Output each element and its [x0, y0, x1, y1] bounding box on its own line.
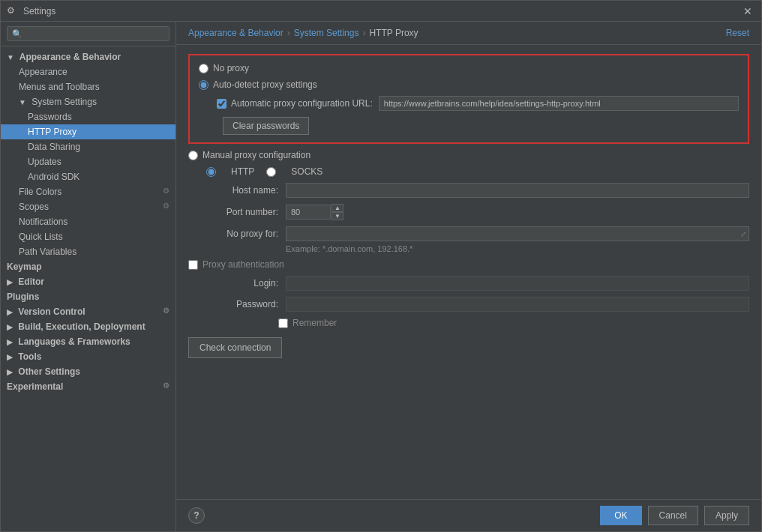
auto-config-url-input[interactable]: [379, 96, 739, 111]
sidebar-item-file-colors[interactable]: File Colors ⚙: [1, 184, 176, 199]
settings-icon: ⚙: [163, 202, 170, 210]
http-radio[interactable]: [206, 167, 216, 177]
login-label: Login:: [188, 278, 278, 288]
manual-proxy-label[interactable]: Manual proxy configuration: [202, 150, 310, 160]
protocol-row: HTTP SOCKS: [206, 166, 749, 177]
auto-detect-label[interactable]: Auto-detect proxy settings: [213, 79, 317, 90]
sidebar-label: Plugins: [7, 291, 39, 302]
remember-checkbox[interactable]: [278, 318, 288, 328]
sidebar-item-quick-lists[interactable]: Quick Lists: [1, 229, 176, 244]
no-proxy-radio[interactable]: [199, 64, 208, 73]
no-proxy-label[interactable]: No proxy: [213, 63, 249, 73]
sidebar-label: Tools: [18, 351, 41, 362]
sidebar-label: Build, Execution, Deployment: [18, 321, 145, 332]
http-label[interactable]: HTTP: [231, 166, 254, 177]
password-label: Password:: [188, 299, 278, 309]
sidebar-item-appearance[interactable]: Appearance: [1, 64, 176, 79]
port-down-button[interactable]: ▼: [332, 212, 344, 220]
clear-passwords-button[interactable]: Clear passwords: [223, 117, 309, 135]
reset-button[interactable]: Reset: [726, 28, 749, 38]
expand-icon[interactable]: ⤢: [740, 230, 746, 238]
sidebar-item-menus-toolbars[interactable]: Menus and Toolbars: [1, 79, 176, 94]
settings-window: ⚙ Settings ✕ ▼ Appearance & Behavior App…: [0, 0, 762, 532]
breadcrumb-part2[interactable]: System Settings: [294, 28, 359, 38]
password-input[interactable]: [286, 297, 749, 312]
sidebar-item-experimental[interactable]: Experimental ⚙: [1, 379, 176, 394]
proxy-auth-label[interactable]: Proxy authentication: [202, 259, 284, 270]
sidebar-item-keymap[interactable]: Keymap: [1, 259, 176, 274]
sidebar-item-updates[interactable]: Updates: [1, 154, 176, 169]
manual-proxy-radio[interactable]: [188, 151, 198, 160]
login-input[interactable]: [286, 276, 749, 291]
sidebar-item-scopes[interactable]: Scopes ⚙: [1, 199, 176, 214]
sidebar-item-appearance-behavior[interactable]: ▼ Appearance & Behavior: [1, 49, 176, 64]
sidebar-label: Notifications: [19, 217, 68, 227]
sidebar-item-notifications[interactable]: Notifications: [1, 214, 176, 229]
hostname-input[interactable]: [286, 183, 749, 198]
manual-proxy-row: Manual proxy configuration: [188, 150, 749, 160]
port-input[interactable]: [286, 205, 331, 220]
hostname-row: Host name:: [188, 183, 749, 198]
sidebar: ▼ Appearance & Behavior Appearance Menus…: [1, 22, 176, 531]
titlebar: ⚙ Settings ✕: [1, 1, 761, 22]
socks-radio[interactable]: [266, 167, 276, 177]
search-bar: [1, 22, 176, 46]
sidebar-item-build[interactable]: ▶ Build, Execution, Deployment: [1, 319, 176, 334]
sidebar-item-tools[interactable]: ▶ Tools: [1, 349, 176, 364]
breadcrumb-sep2: ›: [362, 28, 365, 38]
sidebar-item-version-control[interactable]: ▶ Version Control ⚙: [1, 304, 176, 319]
no-proxy-for-input[interactable]: [286, 226, 749, 241]
sidebar-item-android-sdk[interactable]: Android SDK: [1, 169, 176, 184]
proxy-highlighted-section: No proxy Auto-detect proxy settings Auto…: [188, 54, 749, 144]
apply-button[interactable]: Apply: [704, 506, 749, 525]
sidebar-label: Keymap: [7, 262, 42, 272]
sidebar-item-languages[interactable]: ▶ Languages & Frameworks: [1, 334, 176, 349]
sidebar-item-http-proxy[interactable]: HTTP Proxy: [1, 124, 176, 139]
proxy-url-row: Automatic proxy configuration URL:: [217, 96, 739, 111]
check-connection-button[interactable]: Check connection: [188, 337, 282, 358]
sidebar-item-data-sharing[interactable]: Data Sharing: [1, 139, 176, 154]
cancel-button[interactable]: Cancel: [648, 506, 698, 525]
search-input[interactable]: [7, 26, 170, 41]
sidebar-label: File Colors: [19, 187, 62, 197]
port-row: Port number: ▲ ▼: [188, 204, 749, 220]
auto-detect-radio[interactable]: [199, 80, 208, 90]
password-row: Password:: [188, 297, 749, 312]
auto-config-checkbox[interactable]: [217, 99, 226, 109]
ok-button[interactable]: OK: [600, 506, 641, 525]
remember-row: Remember: [278, 318, 749, 328]
no-proxy-input-wrapper: ⤢: [286, 226, 749, 241]
sidebar-item-system-settings[interactable]: ▼ System Settings: [1, 94, 176, 109]
example-text: Example: *.domain.com, 192.168.*: [286, 244, 749, 253]
sidebar-label: Version Control: [18, 306, 85, 317]
auto-config-section: Automatic proxy configuration URL: Clear…: [217, 96, 739, 135]
expand-arrow: ▼: [7, 53, 14, 61]
sidebar-label: Android SDK: [28, 172, 80, 182]
auto-config-label[interactable]: Automatic proxy configuration URL:: [231, 98, 373, 109]
breadcrumb-part3: HTTP Proxy: [369, 28, 418, 38]
remember-label[interactable]: Remember: [292, 318, 337, 328]
login-row: Login:: [188, 276, 749, 291]
sidebar-label: Appearance: [19, 67, 68, 77]
sidebar-label: Data Sharing: [28, 142, 80, 152]
help-button[interactable]: ?: [188, 507, 205, 524]
socks-label[interactable]: SOCKS: [291, 166, 322, 177]
settings-icon: ⚙: [163, 381, 170, 390]
sidebar-item-other-settings[interactable]: ▶ Other Settings: [1, 364, 176, 379]
sidebar-item-path-variables[interactable]: Path Variables: [1, 244, 176, 259]
expand-arrow: ▶: [7, 278, 13, 286]
proxy-auth-row: Proxy authentication: [188, 259, 749, 270]
close-button[interactable]: ✕: [740, 4, 755, 19]
sidebar-item-editor[interactable]: ▶ Editor: [1, 274, 176, 289]
sidebar-item-passwords[interactable]: Passwords: [1, 109, 176, 124]
sidebar-item-plugins[interactable]: Plugins: [1, 289, 176, 304]
port-up-button[interactable]: ▲: [332, 204, 344, 212]
sidebar-label: Scopes: [19, 202, 49, 212]
bottom-bar: ? OK Cancel Apply: [176, 499, 761, 531]
proxy-auth-checkbox[interactable]: [188, 260, 198, 270]
settings-icon: ⚙: [163, 187, 170, 195]
sidebar-label: Path Variables: [19, 247, 76, 257]
sidebar-tree: ▼ Appearance & Behavior Appearance Menus…: [1, 46, 176, 531]
breadcrumb-part1[interactable]: Appearance & Behavior: [188, 28, 284, 38]
sidebar-label: Quick Lists: [19, 232, 63, 242]
